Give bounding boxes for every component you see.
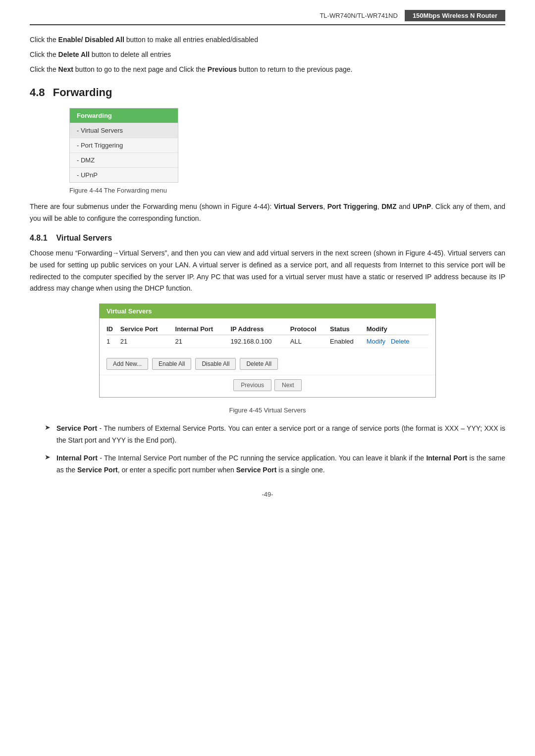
page-container: TL-WR740N/TL-WR741ND 150Mbps Wireless N …: [0, 0, 535, 756]
col-ip-address: IP Address: [230, 323, 290, 335]
vs-table: ID Service Port Internal Port IP Address…: [107, 323, 428, 348]
forwarding-menu-image: Forwarding - Virtual Servers - Port Trig…: [69, 108, 505, 183]
virtual-servers-table-container: Virtual Servers ID Service Port Internal…: [99, 303, 436, 398]
intro-line3: Click the Next button to go to the next …: [30, 64, 505, 76]
forwarding-menu-box: Forwarding - Virtual Servers - Port Trig…: [69, 108, 178, 183]
vs-table-area: ID Service Port Internal Port IP Address…: [100, 318, 435, 355]
figure45-caption: Figure 4-45 Virtual Servers: [30, 406, 505, 414]
vs-navigation: Previous Next: [100, 375, 435, 397]
enable-all-button[interactable]: Enable All: [152, 358, 191, 370]
cell-status: Enabled: [330, 335, 367, 348]
vs-table-header-row: ID Service Port Internal Port IP Address…: [107, 323, 428, 335]
bullet-list: ➤ Service Port - The numbers of External…: [45, 423, 505, 476]
vs-table-header: Virtual Servers: [100, 304, 435, 318]
subsection-title: Virtual Servers: [56, 234, 112, 242]
menu-item-virtual-servers: - Virtual Servers: [70, 123, 178, 138]
col-status: Status: [330, 323, 367, 335]
section-title: Forwarding: [53, 86, 112, 99]
table-row: 1 21 21 192.168.0.100 ALL Enabled Modify…: [107, 335, 428, 348]
bullet-arrow-2: ➤: [45, 453, 52, 461]
cell-ip-address: 192.168.0.100: [230, 335, 290, 348]
next-button[interactable]: Next: [274, 379, 302, 391]
col-service-port: Service Port: [120, 323, 175, 335]
subsection-heading: 4.8.1 Virtual Servers: [30, 234, 505, 243]
section-number: 4.8: [30, 86, 45, 99]
col-modify: Modify: [367, 323, 428, 335]
delete-link[interactable]: Delete: [391, 338, 410, 345]
cell-service-port: 21: [120, 335, 175, 348]
bullet-item-internal-port: ➤ Internal Port - The Internal Service P…: [45, 453, 505, 476]
cell-internal-port: 21: [175, 335, 231, 348]
col-id: ID: [107, 323, 120, 335]
intro-line2: Click the Delete All button to delete al…: [30, 49, 505, 61]
col-internal-port: Internal Port: [175, 323, 231, 335]
section-heading: 4.8 Forwarding: [30, 86, 505, 99]
subsection-number: 4.8.1: [30, 234, 48, 242]
vs-buttons-bar: Add New... Enable All Disable All Delete…: [100, 355, 435, 375]
previous-button[interactable]: Previous: [233, 379, 271, 391]
header-bar: TL-WR740N/TL-WR741ND 150Mbps Wireless N …: [30, 10, 505, 25]
bullet-text-internal-port: Internal Port - The Internal Service Por…: [56, 453, 505, 476]
modify-link[interactable]: Modify: [367, 338, 385, 345]
bullet-text-service-port: Service Port - The numbers of External S…: [56, 423, 505, 447]
header-title: 150Mbps Wireless N Router: [405, 10, 505, 21]
cell-protocol: ALL: [290, 335, 330, 348]
header-model: TL-WR740N/TL-WR741ND: [320, 12, 397, 19]
menu-item-dmz: - DMZ: [70, 152, 178, 167]
col-protocol: Protocol: [290, 323, 330, 335]
menu-item-port-triggering: - Port Triggering: [70, 138, 178, 152]
figure44-caption: Figure 4-44 The Forwarding menu: [69, 187, 505, 194]
page-number: -49-: [30, 491, 505, 498]
disable-all-button[interactable]: Disable All: [195, 358, 236, 370]
cell-id: 1: [107, 335, 120, 348]
bullet-arrow-1: ➤: [45, 423, 52, 431]
forwarding-description: There are four submenus under the Forwar…: [30, 201, 505, 225]
bullet-item-service-port: ➤ Service Port - The numbers of External…: [45, 423, 505, 447]
cell-modify: Modify Delete: [367, 335, 428, 348]
add-new-button[interactable]: Add New...: [107, 358, 148, 370]
vs-intro-text: Choose menu “Forwarding→Virtual Servers”…: [30, 248, 505, 295]
menu-item-upnp: - UPnP: [70, 167, 178, 182]
forwarding-menu-header: Forwarding: [70, 108, 178, 123]
intro-line1: Click the Enable/ Disabled All button to…: [30, 34, 505, 46]
delete-all-button[interactable]: Delete All: [240, 358, 278, 370]
